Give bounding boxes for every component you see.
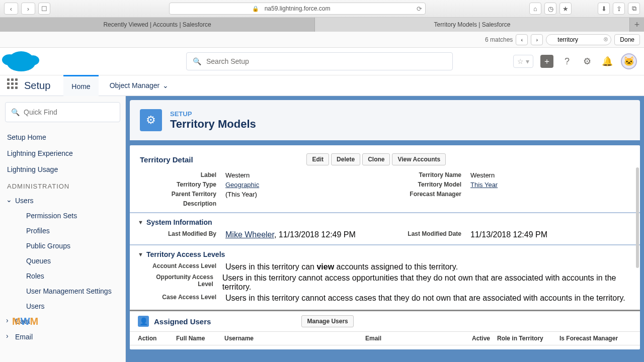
sidebar-email[interactable]: Email bbox=[5, 329, 120, 344]
field-label: Case Access Level bbox=[140, 294, 225, 303]
gear-icon: ⚙ bbox=[140, 109, 162, 131]
sidebar-roles[interactable]: Roles bbox=[5, 268, 120, 284]
app-header: 🔍 Search Setup ☆ ▾ ＋ ? ⚙ 🔔 🐱 bbox=[0, 48, 644, 75]
col-email: Email bbox=[365, 335, 472, 342]
field-value-link[interactable]: This Year bbox=[470, 181, 498, 189]
col-fullname: Full Name bbox=[176, 335, 224, 342]
main-content: ⚙ SETUP Territory Models Territory Detai… bbox=[126, 96, 644, 362]
sidebar-users-sub[interactable]: Users bbox=[5, 299, 120, 314]
sidebar-section-administration: ADMINISTRATION bbox=[5, 177, 120, 193]
manage-users-button[interactable]: Manage Users bbox=[301, 315, 353, 327]
field-label: Opportunity Access Level bbox=[140, 274, 222, 292]
browser-tab[interactable]: Recently Viewed | Accounts | Salesforce bbox=[0, 18, 315, 32]
find-bar: 6 matches ‹ › 🔍 ⊗ Done bbox=[0, 32, 644, 48]
sidebar-toggle[interactable]: ☐ bbox=[38, 3, 50, 15]
field-value: Users in this territory can view account… bbox=[225, 262, 458, 272]
sidebar-profiles[interactable]: Profiles bbox=[5, 223, 120, 238]
field-value: Mike Wheeler, 11/13/2018 12:49 PM bbox=[225, 230, 356, 239]
share-icon[interactable]: ⇪ bbox=[613, 3, 625, 15]
favorites-button[interactable]: ☆ ▾ bbox=[513, 55, 533, 68]
setup-sidebar: 🔍 Setup Home Lightning Experience Lightn… bbox=[0, 96, 126, 362]
field-value: Users in this territory cannot access ca… bbox=[225, 294, 625, 303]
home-icon[interactable]: ⌂ bbox=[529, 3, 541, 15]
find-input[interactable] bbox=[546, 34, 611, 45]
search-icon: 🔍 bbox=[11, 108, 20, 116]
sidebar-permission-sets[interactable]: Permission Sets bbox=[5, 208, 120, 223]
section-territory-detail: Territory Detail bbox=[140, 155, 193, 164]
salesforce-logo[interactable] bbox=[7, 51, 35, 71]
page-header: ⚙ SETUP Territory Models bbox=[130, 100, 640, 140]
notifications-icon[interactable]: 🔔 bbox=[601, 55, 614, 68]
tab-object-manager[interactable]: Object Manager⌄ bbox=[102, 75, 177, 96]
delete-button[interactable]: Delete bbox=[331, 153, 360, 165]
breadcrumb: SETUP bbox=[170, 110, 256, 118]
downloads-icon[interactable]: ⬇ bbox=[598, 3, 610, 15]
col-role: Role in Territory bbox=[497, 335, 559, 342]
field-value: 11/13/2018 12:49 PM bbox=[470, 230, 547, 239]
field-label: Parent Territory bbox=[140, 191, 225, 198]
help-icon[interactable]: ? bbox=[560, 55, 574, 68]
field-label: Account Access Level bbox=[140, 262, 225, 272]
history-icon[interactable]: ◷ bbox=[544, 3, 556, 15]
detail-panel: Territory Detail Edit Delete Clone View … bbox=[130, 145, 640, 349]
field-value: Western bbox=[225, 171, 250, 179]
app-name: Setup bbox=[24, 80, 50, 92]
bookmarks-icon[interactable]: ★ bbox=[559, 3, 572, 15]
view-accounts-button[interactable]: View Accounts bbox=[392, 153, 446, 165]
url-bar[interactable]: 🔒 na59.lightning.force.com ⟳ bbox=[169, 3, 426, 15]
reload-icon[interactable]: ⟳ bbox=[417, 5, 422, 13]
find-prev-button[interactable]: ‹ bbox=[516, 34, 528, 45]
section-assigned-users: Assigned Users bbox=[154, 317, 211, 326]
find-next-button[interactable]: › bbox=[531, 34, 543, 45]
field-label: Territory Type bbox=[140, 181, 225, 189]
user-icon: 👤 bbox=[138, 316, 149, 327]
tabs-icon[interactable]: ⧉ bbox=[628, 3, 640, 15]
search-placeholder: Search Setup bbox=[206, 57, 249, 65]
field-label: Description bbox=[140, 200, 225, 207]
url-text: na59.lightning.force.com bbox=[265, 5, 331, 12]
tab-home[interactable]: Home bbox=[63, 75, 98, 96]
field-label: Last Modified By bbox=[140, 230, 225, 239]
sidebar-queues[interactable]: Queues bbox=[5, 253, 120, 268]
browser-tab-bar: Recently Viewed | Accounts | Salesforce … bbox=[0, 18, 644, 32]
chevron-down-icon: ⌄ bbox=[163, 81, 169, 89]
sidebar-lightning-experience[interactable]: Lightning Experience bbox=[5, 145, 120, 161]
lock-icon: 🔒 bbox=[252, 6, 259, 12]
app-launcher-icon[interactable] bbox=[7, 78, 21, 93]
watermark: MWM bbox=[12, 316, 126, 327]
sidebar-public-groups[interactable]: Public Groups bbox=[5, 238, 120, 253]
browser-toolbar: ‹ › ☐ 🔒 na59.lightning.force.com ⟳ ⌂ ◷ ★… bbox=[0, 0, 644, 18]
section-access-levels: Territory Access Levels bbox=[146, 250, 225, 258]
collapse-icon[interactable]: ▼ bbox=[138, 219, 143, 225]
new-tab-button[interactable]: + bbox=[630, 18, 644, 32]
clear-icon[interactable]: ⊗ bbox=[603, 36, 608, 43]
scrollbar[interactable] bbox=[636, 167, 639, 268]
col-username: Username bbox=[224, 335, 365, 342]
user-link[interactable]: Mike Wheeler bbox=[225, 230, 274, 239]
browser-tab[interactable]: Territory Models | Salesforce bbox=[315, 18, 630, 32]
quick-find-input[interactable] bbox=[5, 102, 120, 122]
search-icon: 🔍 bbox=[193, 57, 201, 65]
col-active: Active bbox=[472, 335, 497, 342]
field-label: Territory Name bbox=[385, 171, 470, 179]
clone-button[interactable]: Clone bbox=[362, 153, 390, 165]
user-avatar[interactable]: 🐱 bbox=[621, 53, 637, 69]
field-value-link[interactable]: Geographic bbox=[225, 181, 259, 189]
field-label: Territory Model bbox=[385, 181, 470, 189]
collapse-icon[interactable]: ▼ bbox=[138, 251, 143, 257]
field-value: Users in this territory cannot access op… bbox=[222, 274, 630, 292]
col-forecast: Is Forecast Manager bbox=[559, 335, 632, 342]
find-done-button[interactable]: Done bbox=[614, 34, 640, 45]
sidebar-setup-home[interactable]: Setup Home bbox=[5, 129, 120, 145]
edit-button[interactable]: Edit bbox=[306, 153, 329, 165]
sidebar-lightning-usage[interactable]: Lightning Usage bbox=[5, 161, 120, 177]
back-button[interactable]: ‹ bbox=[4, 3, 18, 15]
field-value: Western bbox=[470, 171, 495, 179]
forward-button[interactable]: › bbox=[21, 3, 35, 15]
sidebar-users[interactable]: Users bbox=[5, 193, 120, 208]
section-system-info: System Information bbox=[146, 218, 212, 226]
global-search[interactable]: 🔍 Search Setup bbox=[186, 52, 453, 70]
sidebar-user-mgmt-settings[interactable]: User Management Settings bbox=[5, 284, 120, 299]
setup-gear-icon[interactable]: ⚙ bbox=[581, 55, 594, 68]
add-button[interactable]: ＋ bbox=[540, 55, 553, 68]
